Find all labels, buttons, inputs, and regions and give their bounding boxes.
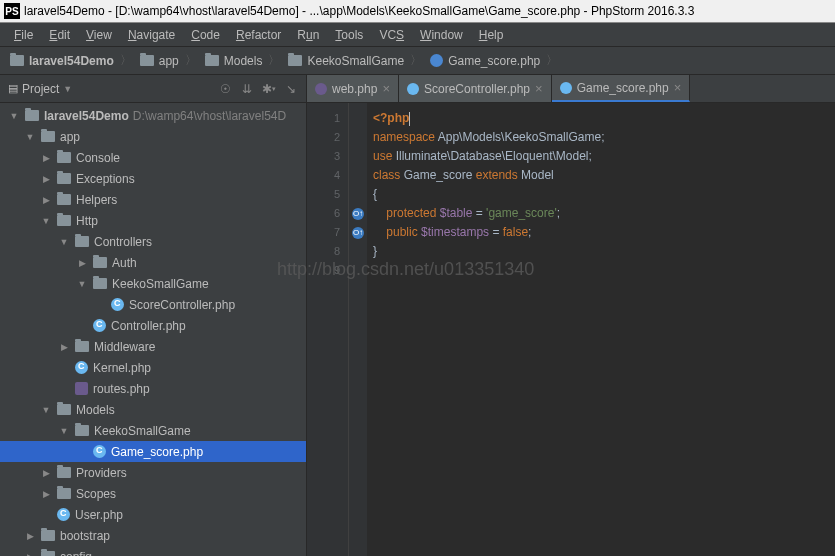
crumb-models[interactable]: Models〉 — [201, 52, 285, 69]
folder-icon — [75, 341, 89, 352]
tree-label: config — [60, 550, 92, 557]
tree-exceptions[interactable]: Exceptions — [0, 168, 306, 189]
project-sidebar: ▤ Project ▼ ☉ ⇊ ✱▾ ↘ laravel54DemoD:\wam… — [0, 75, 307, 556]
close-icon[interactable]: × — [674, 80, 682, 95]
menu-tools[interactable]: Tools — [327, 28, 371, 42]
tab-web[interactable]: web.php× — [307, 75, 399, 102]
tree-label: bootstrap — [60, 529, 110, 543]
tree-controller[interactable]: Controller.php — [0, 315, 306, 336]
tree-kernel[interactable]: Kernel.php — [0, 357, 306, 378]
tree-models-keeko[interactable]: KeekoSmallGame — [0, 420, 306, 441]
crumb-root[interactable]: laravel54Demo〉 — [6, 52, 136, 69]
php-icon — [75, 361, 88, 374]
menu-refactor[interactable]: Refactor — [228, 28, 289, 42]
tree-app[interactable]: app — [0, 126, 306, 147]
tree-root[interactable]: laravel54DemoD:\wamp64\vhost\laravel54D — [0, 105, 306, 126]
folder-icon — [288, 55, 302, 66]
tree-user[interactable]: User.php — [0, 504, 306, 525]
arrow-icon[interactable] — [40, 489, 52, 499]
tree-label: Auth — [112, 256, 137, 270]
arrow-icon[interactable] — [58, 342, 70, 352]
arrow-icon[interactable] — [58, 426, 70, 436]
menu-window[interactable]: Window — [412, 28, 471, 42]
tree-http[interactable]: Http — [0, 210, 306, 231]
arrow-icon[interactable] — [24, 552, 36, 557]
menu-bar: File Edit View Navigate Code Refactor Ru… — [0, 23, 835, 47]
arrow-icon[interactable] — [76, 279, 88, 289]
crumb-app[interactable]: app〉 — [136, 52, 201, 69]
tree-label: Middleware — [94, 340, 155, 354]
folder-icon — [25, 110, 39, 121]
tree-label: KeekoSmallGame — [112, 277, 209, 291]
hide-icon[interactable]: ↘ — [284, 82, 298, 96]
tab-label: ScoreController.php — [424, 82, 530, 96]
menu-vcs[interactable]: VCS — [371, 28, 412, 42]
arrow-icon[interactable] — [40, 153, 52, 163]
menu-help[interactable]: Help — [471, 28, 512, 42]
collapse-all-icon[interactable]: ⇊ — [240, 82, 254, 96]
tree-providers[interactable]: Providers — [0, 462, 306, 483]
arrow-icon[interactable] — [76, 258, 88, 268]
tree-label: Scopes — [76, 487, 116, 501]
tree-label: routes.php — [93, 382, 150, 396]
menu-file[interactable]: File — [6, 28, 41, 42]
tree-scorecontroller[interactable]: ScoreController.php — [0, 294, 306, 315]
tree-helpers[interactable]: Helpers — [0, 189, 306, 210]
breadcrumb: laravel54Demo〉 app〉 Models〉 KeekoSmallGa… — [0, 47, 835, 75]
gear-icon[interactable]: ✱▾ — [262, 82, 276, 96]
code-content[interactable]: <?php namespace App\Models\KeekoSmallGam… — [367, 103, 835, 556]
tree-label: KeekoSmallGame — [94, 424, 191, 438]
folder-icon — [41, 551, 55, 556]
close-icon[interactable]: × — [382, 81, 390, 96]
tree-auth[interactable]: Auth — [0, 252, 306, 273]
menu-navigate[interactable]: Navigate — [120, 28, 183, 42]
scroll-from-source-icon[interactable]: ☉ — [218, 82, 232, 96]
tab-scorecontroller[interactable]: ScoreController.php× — [399, 75, 552, 102]
menu-view[interactable]: View — [78, 28, 120, 42]
arrow-icon[interactable] — [40, 468, 52, 478]
tree-label: Game_score.php — [111, 445, 203, 459]
arrow-icon[interactable] — [40, 405, 52, 415]
tree-controllers[interactable]: Controllers — [0, 231, 306, 252]
code-editor[interactable]: 123456789 O↑ O↑ <?php namespace App\Mode… — [307, 103, 835, 556]
arrow-icon[interactable] — [40, 174, 52, 184]
arrow-icon[interactable] — [24, 531, 36, 541]
line-numbers: 123456789 — [307, 103, 349, 556]
php-icon — [57, 508, 70, 521]
tree-label: Controller.php — [111, 319, 186, 333]
arrow-icon[interactable] — [40, 216, 52, 226]
menu-edit[interactable]: Edit — [41, 28, 78, 42]
tree-config[interactable]: config — [0, 546, 306, 556]
folder-icon — [57, 173, 71, 184]
tab-game-score[interactable]: Game_score.php× — [552, 75, 691, 102]
chevron-down-icon[interactable]: ▼ — [63, 84, 72, 94]
arrow-icon[interactable] — [40, 195, 52, 205]
folder-icon — [75, 236, 89, 247]
tree-keekosmallgame[interactable]: KeekoSmallGame — [0, 273, 306, 294]
tree-bootstrap[interactable]: bootstrap — [0, 525, 306, 546]
project-tree[interactable]: laravel54DemoD:\wamp64\vhost\laravel54D … — [0, 103, 306, 556]
tree-scopes[interactable]: Scopes — [0, 483, 306, 504]
menu-run[interactable]: Run — [289, 28, 327, 42]
tree-game-score[interactable]: Game_score.php — [0, 441, 306, 462]
arrow-icon[interactable] — [58, 237, 70, 247]
close-icon[interactable]: × — [535, 81, 543, 96]
arrow-icon[interactable] — [24, 132, 36, 142]
main-container: ▤ Project ▼ ☉ ⇊ ✱▾ ↘ laravel54DemoD:\wam… — [0, 75, 835, 556]
routes-icon — [75, 382, 88, 395]
override-icon[interactable]: O↑ — [352, 227, 364, 239]
tree-routes[interactable]: routes.php — [0, 378, 306, 399]
override-icon[interactable]: O↑ — [352, 208, 364, 220]
arrow-icon[interactable] — [8, 111, 20, 121]
tree-console[interactable]: Console — [0, 147, 306, 168]
php-icon — [560, 82, 572, 94]
panel-title: Project — [22, 82, 59, 96]
php-icon — [111, 298, 124, 311]
tree-middleware[interactable]: Middleware — [0, 336, 306, 357]
tree-label: Http — [76, 214, 98, 228]
menu-code[interactable]: Code — [183, 28, 228, 42]
tree-models[interactable]: Models — [0, 399, 306, 420]
project-icon: ▤ — [8, 82, 18, 95]
crumb-keeko[interactable]: KeekoSmallGame〉 — [284, 52, 426, 69]
crumb-file[interactable]: Game_score.php〉 — [426, 52, 562, 69]
